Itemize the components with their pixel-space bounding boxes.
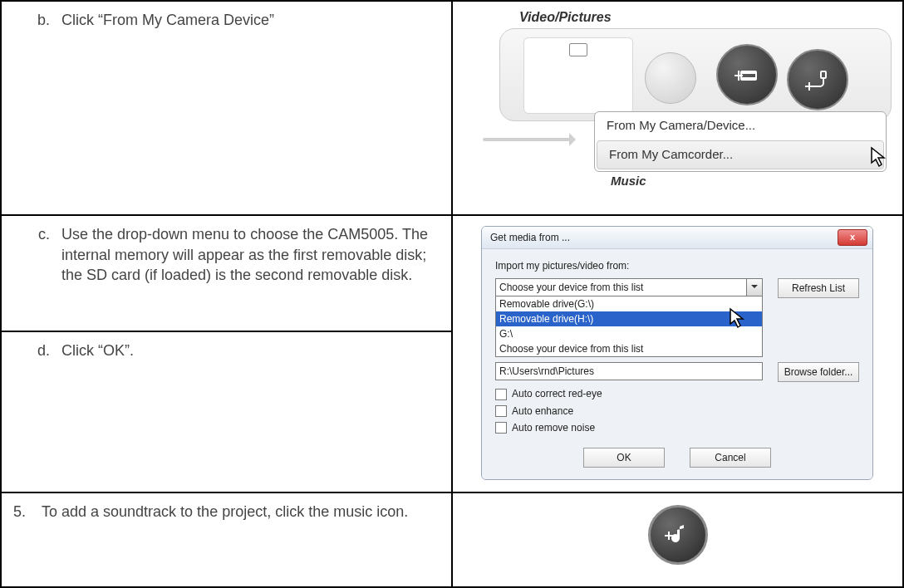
- import-label: Import my pictures/video from:: [495, 259, 859, 272]
- bullet-d: d.: [30, 341, 50, 360]
- vp-toolbar: [499, 28, 892, 121]
- ok-button[interactable]: OK: [583, 448, 665, 468]
- get-media-dialog-shot: Get media from ... x Import my pictures/…: [456, 221, 899, 470]
- device-combobox[interactable]: Choose your device from this list: [495, 278, 763, 296]
- instr-5-text: To add a soundtrack to the project, clic…: [42, 502, 440, 522]
- option-removable-h[interactable]: Removable drive(H:\): [496, 311, 762, 326]
- combobox-value: Choose your device from this list: [499, 281, 643, 294]
- option-removable-g[interactable]: Removable drive(G:\): [496, 296, 762, 311]
- checkbox-remove-noise[interactable]: [495, 422, 507, 434]
- vp-dropdown-menu: From My Camera/Device... From My Camcord…: [594, 111, 887, 172]
- bullet-c: c.: [30, 224, 50, 285]
- instr-d-text: Click “OK”.: [61, 341, 440, 360]
- dialog-title: Get media from ...: [490, 232, 570, 243]
- step-number-5: 5.: [13, 502, 30, 522]
- close-button[interactable]: x: [838, 229, 867, 246]
- dialog-body: Import my pictures/video from: Choose yo…: [482, 249, 872, 479]
- vp-knob-button[interactable]: [645, 52, 696, 104]
- label-red-eye: Auto correct red-eye: [512, 387, 602, 400]
- cell-5-shot: [452, 492, 903, 587]
- add-video-button[interactable]: [716, 44, 778, 105]
- instr-b-text: Click “From My Camera Device”: [61, 10, 440, 30]
- bullet-b: b.: [30, 10, 50, 30]
- image-icon: [569, 43, 587, 56]
- music-section-label: Music: [611, 173, 646, 189]
- cell-5-text: 5. To add a soundtrack to the project, c…: [1, 492, 452, 587]
- cell-cd-shot: Get media from ... x Import my pictures/…: [452, 215, 903, 492]
- checkbox-auto-enhance[interactable]: [495, 405, 507, 417]
- get-media-dialog: Get media from ... x Import my pictures/…: [481, 226, 873, 480]
- cell-1b-shot: Video/Pictures From My Camera/Device... …: [452, 1, 903, 215]
- video-pictures-screenshot: Video/Pictures From My Camera/Device... …: [453, 2, 902, 193]
- cancel-button[interactable]: Cancel: [690, 448, 771, 468]
- add-music-button[interactable]: [648, 505, 708, 565]
- dialog-titlebar: Get media from ... x: [482, 227, 872, 249]
- refresh-list-button[interactable]: Refresh List: [778, 278, 859, 298]
- cell-c-text: c. Use the drop-down menu to choose the …: [1, 215, 452, 331]
- arrow-icon: [483, 138, 574, 141]
- svg-rect-9: [665, 535, 673, 537]
- checkbox-red-eye[interactable]: [495, 389, 507, 400]
- destination-path-field[interactable]: R:\Users\rnd\Pictures: [495, 362, 763, 380]
- cell-1b-text: b. Click “From My Camera Device”: [1, 1, 452, 215]
- device-listbox: Removable drive(G:\) Removable drive(H:\…: [495, 296, 763, 358]
- menu-item-camcorder[interactable]: From My Camcorder...: [597, 140, 884, 169]
- vp-thumb-slot: [523, 37, 633, 114]
- label-remove-noise: Auto remove noise: [512, 421, 595, 434]
- menu-item-camera-device[interactable]: From My Camera/Device...: [595, 112, 886, 139]
- cursor-icon: [729, 307, 749, 336]
- label-auto-enhance: Auto enhance: [512, 404, 573, 418]
- svg-rect-5: [821, 71, 826, 78]
- option-g[interactable]: G:\: [496, 326, 762, 341]
- vp-title: Video/Pictures: [519, 8, 612, 27]
- browse-folder-button[interactable]: Browse folder...: [778, 362, 859, 382]
- cursor-icon: [870, 146, 890, 174]
- instruction-table: b. Click “From My Camera Device” Video/P…: [0, 0, 904, 588]
- option-choose[interactable]: Choose your device from this list: [496, 341, 762, 356]
- chevron-down-icon[interactable]: [746, 279, 762, 296]
- instr-c-text: Use the drop-down menu to choose the CAM…: [61, 224, 440, 285]
- import-button[interactable]: [787, 49, 848, 110]
- cell-d-text: d. Click “OK”.: [1, 331, 452, 492]
- destination-path-value: R:\Users\rnd\Pictures: [499, 365, 594, 378]
- manual-page: { "row1": { "bullet": "b.", "text": "Cli…: [0, 0, 904, 588]
